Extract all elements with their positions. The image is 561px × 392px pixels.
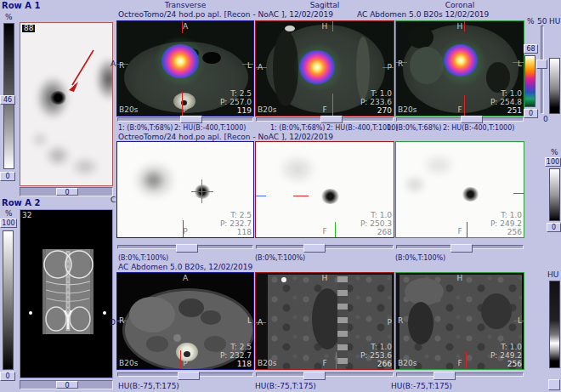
bright-structure <box>285 26 295 31</box>
spect-high-value[interactable]: 100 <box>545 157 561 167</box>
orientation-bottom: F <box>322 106 326 114</box>
series-description-spect: OctreoTomo/24 hod.po apl. [Recon - NoAC … <box>118 133 333 141</box>
row-a2-title: Row A 2 <box>2 198 40 207</box>
orientation-bottom: F <box>322 360 326 367</box>
orientation-top: H <box>322 23 328 31</box>
spect-gray-scale[interactable] <box>549 168 560 221</box>
blend-slider[interactable] <box>541 26 544 114</box>
bowel-dark <box>481 293 512 329</box>
kernel-label: B20s <box>119 360 138 367</box>
scroll-thumb[interactable] <box>303 244 326 253</box>
scroll-thumb[interactable] <box>303 372 326 380</box>
orientation-left: R <box>398 317 403 325</box>
slice-scrollbar-coronal[interactable] <box>396 117 524 122</box>
bowel <box>201 310 221 325</box>
row-a1-slider-thumb[interactable]: 0 <box>56 188 78 196</box>
window-setting-hu: HU(B:-75,T:175) <box>391 382 452 390</box>
scroll-thumb[interactable] <box>178 372 200 380</box>
scroll-thumb[interactable] <box>320 116 343 123</box>
row-a2-low-value[interactable]: 0 <box>0 372 15 381</box>
viewport-ct-sagittal[interactable]: H F A P B20s T: 1.0P: 253.6266 <box>255 272 394 370</box>
orientation-left: R <box>119 62 124 70</box>
faint-uptake <box>31 130 49 149</box>
row-a2-slice-slider[interactable]: 0 <box>20 380 113 389</box>
row-a1-slice-slider[interactable]: 0 <box>20 187 113 196</box>
row-a2-slider-thumb[interactable]: 0 <box>56 381 78 389</box>
row-a2-gray-colorbar[interactable] <box>3 230 14 370</box>
orientation-right: L <box>518 317 522 325</box>
blend-slider-thumb[interactable] <box>536 60 547 69</box>
slice-scrollbar-coronal[interactable] <box>396 372 524 377</box>
scroll-thumb[interactable] <box>434 372 456 380</box>
scroll-thumb[interactable] <box>180 116 202 123</box>
aorta <box>173 334 181 342</box>
row-a1-low-value[interactable]: 0 <box>0 172 15 181</box>
ct-hu-label: HU <box>547 270 558 279</box>
orientation-bottom: P <box>183 228 187 236</box>
viewport-fused-sagittal[interactable]: H F A P B20s T: 1.0P: 233.6270 <box>255 20 394 116</box>
orientation-bottom: P <box>183 106 187 114</box>
orientation-bottom: F <box>322 228 326 236</box>
viewport-ct-coronal[interactable]: H F R L B20s T: 1.0P: 249.2256 <box>395 272 524 370</box>
ref-line-vertical <box>335 222 336 237</box>
viewport-spect-sagittal[interactable]: F T: 1.0P: 250.3268 <box>255 141 394 238</box>
slice-info: T: 1.0P: 249.2256 <box>490 211 522 236</box>
orientation-top: H <box>457 275 463 282</box>
orientation-right: P <box>388 64 392 71</box>
sidebar-window-value: 50 <box>537 17 547 26</box>
kernel-label: B20s <box>119 106 138 114</box>
column-header-sagittal: Sagittal <box>255 1 394 9</box>
slice-info: T: 2.5P: 232.7118 <box>220 343 252 368</box>
viewport-spect-coronal[interactable]: F T: 1.0P: 249.2256 <box>395 141 524 238</box>
spinal-canal <box>184 351 190 357</box>
blend-slider-low: 0 <box>543 115 548 123</box>
scroll-thumb[interactable] <box>461 116 483 123</box>
scroll-thumb[interactable] <box>450 244 473 253</box>
liver <box>405 278 444 305</box>
ref-line-horizontal <box>256 196 266 196</box>
crosshair-horizontal <box>293 196 309 196</box>
fused-color-scale[interactable] <box>524 55 536 107</box>
annotation-arrow-icon <box>58 45 99 94</box>
orientation-left: R <box>398 60 403 68</box>
nuclear-medicine-viewer: Row A 1 % 46 0 88 0 Row A 2 % 100 0 <box>0 0 561 392</box>
window-setting-1: 1: (B:0%,T:68%) <box>387 124 441 133</box>
kernel-label: B20s <box>398 360 416 367</box>
viewport-ct-topogram[interactable]: 32 <box>20 209 113 378</box>
sidebar-corner-box[interactable] <box>548 379 560 390</box>
orientation-bottom: F <box>457 228 462 236</box>
window-setting-hu: HU(B:-75,T:175) <box>118 382 179 390</box>
viewport-fused-transverse[interactable]: A P R L B20s T: 2.5P: 257.0119 <box>116 20 254 116</box>
viewport-spect-transverse[interactable]: P T: 2.5P: 232.7118 <box>116 141 254 238</box>
fused-low-value[interactable]: 0 <box>524 109 538 118</box>
ct-gray-scale-top[interactable] <box>549 58 560 114</box>
orientation-right: L <box>518 60 522 68</box>
spect-low-value[interactable]: 0 <box>547 223 561 232</box>
window-setting-hu: HU(B:-75,T:175) <box>255 382 316 390</box>
faint-uptake <box>44 144 71 168</box>
row-label-a: A <box>110 60 116 68</box>
viewport-fused-coronal[interactable]: H F R L B20s T: 1.0P: 254.8251 <box>395 20 524 116</box>
orientation-top: H <box>322 275 328 282</box>
ref-line-vertical <box>464 95 465 116</box>
hotspot <box>162 44 199 78</box>
scroll-thumb[interactable] <box>176 244 198 253</box>
orientation-bottom: P <box>183 360 187 367</box>
faint-uptake <box>422 152 456 178</box>
crosshair-horizontal <box>191 191 213 192</box>
orientation-left: A <box>258 64 263 71</box>
slice-info: T: 2.5P: 232.7118 <box>220 211 252 236</box>
ct-gray-scale-bottom[interactable] <box>549 281 560 368</box>
row-a1-mid-value[interactable]: 46 <box>0 95 15 105</box>
row-a2-high-value[interactable]: 100 <box>0 219 17 228</box>
viewport-ct-transverse[interactable]: A P R L B20s T: 2.5P: 232.7118 <box>116 272 254 370</box>
series-description-spect: OctreoTomo/24 hod.po apl. [Recon - NoAC … <box>118 10 333 19</box>
fused-threshold-value[interactable]: 68 <box>524 44 538 54</box>
kernel-label: B20s <box>258 360 276 367</box>
row-a1-percent-label: % <box>5 13 13 21</box>
ref-line-horizontal <box>513 193 524 194</box>
sidebar-hu-label: HU <box>549 17 560 26</box>
orientation-top: H <box>457 23 463 31</box>
viewport-planar-anterior[interactable]: 88 <box>20 22 113 186</box>
lesion-spot <box>320 189 340 204</box>
